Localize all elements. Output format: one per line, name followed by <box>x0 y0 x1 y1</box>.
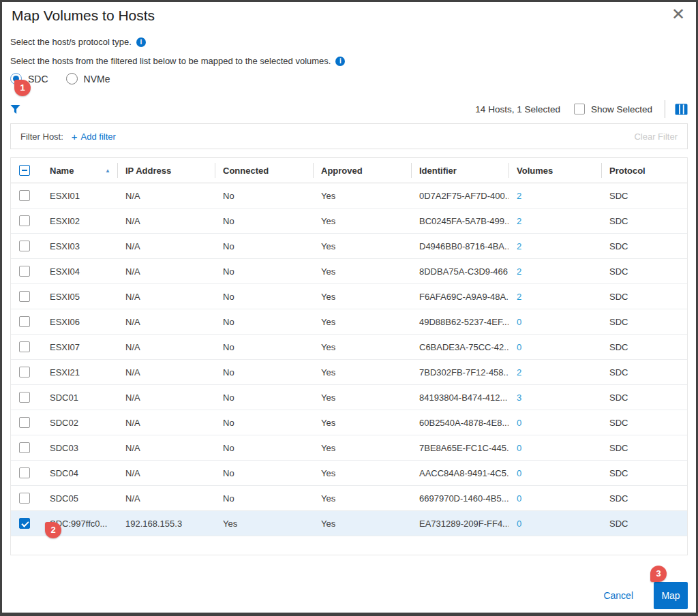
column-header-identifier[interactable]: Identifier <box>411 158 509 183</box>
row-checkbox[interactable] <box>19 367 30 378</box>
table-row[interactable]: SDC05 N/A No Yes 6697970D-1460-4B5... 0 … <box>11 486 687 511</box>
cell-ip-address: N/A <box>117 385 215 410</box>
volumes-link[interactable]: 0 <box>509 410 601 435</box>
table-row[interactable]: SDC04 N/A No Yes AACC84A8-9491-4C5... 0 … <box>11 461 687 486</box>
cell-protocol: SDC <box>601 284 687 309</box>
cell-name: SDC02 <box>42 410 117 435</box>
cell-identifier: EA731289-209F-FF4... <box>411 511 509 536</box>
row-checkbox[interactable] <box>19 215 30 226</box>
volumes-link[interactable]: 0 <box>509 511 601 536</box>
volumes-link[interactable]: 2 <box>509 234 601 258</box>
cell-identifier: 49D88B62-5237-4EF... <box>411 309 509 334</box>
select-all-checkbox[interactable] <box>19 165 30 176</box>
cell-connected: No <box>215 435 313 460</box>
table-row[interactable]: SDC03 N/A No Yes 7BE8A65E-FC1C-445... 0 … <box>11 435 687 461</box>
clear-filter-button[interactable]: Clear Filter <box>634 132 678 142</box>
filter-funnel-icon[interactable] <box>10 104 20 114</box>
row-checkbox[interactable] <box>19 442 30 453</box>
cell-name: SDC03 <box>42 435 117 460</box>
cell-approved: Yes <box>313 335 411 359</box>
volumes-link[interactable]: 2 <box>509 360 601 384</box>
show-selected-checkbox[interactable] <box>574 104 585 114</box>
row-checkbox[interactable] <box>19 291 30 302</box>
cell-connected: No <box>215 461 313 485</box>
volumes-link[interactable]: 3 <box>509 385 601 410</box>
column-header-approved[interactable]: Approved <box>313 158 411 183</box>
protocol-instruction-text: Select the host/s protocol type. <box>10 37 132 47</box>
table-row[interactable]: SDC02 N/A No Yes 60B2540A-4878-4E8... 0 … <box>11 410 687 435</box>
cell-connected: No <box>215 183 313 208</box>
add-filter-button[interactable]: + Add filter <box>72 131 116 142</box>
cell-identifier: F6AFA69C-A9A9-48A... <box>411 284 509 309</box>
cell-connected: No <box>215 234 313 258</box>
row-checkbox[interactable] <box>19 190 30 201</box>
volumes-link[interactable]: 0 <box>509 335 601 359</box>
table-row[interactable]: ESXI03 N/A No Yes D4946BB0-8716-4BA... 2… <box>11 234 687 259</box>
cancel-button[interactable]: Cancel <box>603 590 633 601</box>
table-row[interactable]: ESXI04 N/A No Yes 8DDBA75A-C3D9-466... 2… <box>11 259 687 284</box>
info-icon[interactable]: i <box>335 57 345 66</box>
row-checkbox[interactable] <box>19 266 30 277</box>
filter-host-label: Filter Host: <box>20 132 63 142</box>
annotation-badge-3: 3 <box>650 566 667 582</box>
column-header-ip-address[interactable]: IP Address <box>117 158 215 183</box>
cell-protocol: SDC <box>601 309 687 334</box>
map-button[interactable]: Map <box>654 582 688 609</box>
cell-identifier: AACC84A8-9491-4C5... <box>411 461 509 485</box>
volumes-link[interactable]: 2 <box>509 284 601 309</box>
column-header-connected[interactable]: Connected <box>215 158 313 183</box>
cell-approved: Yes <box>313 385 411 410</box>
cell-name: ESXI02 <box>42 209 117 233</box>
table-row[interactable]: 2 SDC:997ffc0... 192.168.155.3 Yes Yes E… <box>11 511 687 536</box>
cell-ip-address: N/A <box>117 486 215 510</box>
cell-approved: Yes <box>313 410 411 435</box>
cell-protocol: SDC <box>601 410 687 435</box>
radio-button-nvme[interactable] <box>66 73 78 84</box>
cell-protocol: SDC <box>601 486 687 510</box>
cell-identifier: 6697970D-1460-4B5... <box>411 486 509 510</box>
cell-connected: No <box>215 259 313 283</box>
annotation-badge-1: 1 <box>14 80 31 96</box>
table-row[interactable]: ESXI07 N/A No Yes C6BADE3A-75CC-42... 0 … <box>11 335 687 360</box>
table-toolbar: 14 Hosts, 1 Selected Show Selected <box>10 100 688 118</box>
close-icon[interactable]: ✕ <box>671 6 685 22</box>
cell-connected: No <box>215 284 313 309</box>
cell-protocol: SDC <box>601 385 687 410</box>
column-header-protocol[interactable]: Protocol <box>601 158 687 183</box>
cell-ip-address: N/A <box>117 461 215 485</box>
plus-icon: + <box>72 131 78 142</box>
cell-name: ESXI21 <box>42 360 117 384</box>
annotation-badge-2: 2 <box>45 522 61 538</box>
row-checkbox[interactable] <box>19 316 30 327</box>
row-checkbox[interactable] <box>19 467 30 478</box>
volumes-link[interactable]: 2 <box>509 209 601 233</box>
row-checkbox[interactable] <box>19 518 30 529</box>
volumes-link[interactable]: 0 <box>509 461 601 485</box>
row-checkbox[interactable] <box>19 341 30 352</box>
table-row[interactable]: ESXI05 N/A No Yes F6AFA69C-A9A9-48A... 2… <box>11 284 687 309</box>
row-checkbox[interactable] <box>19 493 30 504</box>
volumes-link[interactable]: 0 <box>509 486 601 510</box>
row-checkbox[interactable] <box>19 392 30 403</box>
column-header-volumes[interactable]: Volumes <box>509 158 601 183</box>
volumes-link[interactable]: 0 <box>509 309 601 334</box>
columns-icon[interactable] <box>675 104 688 115</box>
radio-option-nvme[interactable]: NVMe <box>66 73 110 84</box>
column-header-name[interactable]: Name ▲ <box>42 158 117 183</box>
cell-connected: No <box>215 309 313 334</box>
volumes-link[interactable]: 2 <box>509 183 601 208</box>
cell-name: SDC05 <box>42 486 117 510</box>
table-row[interactable]: ESXI02 N/A No Yes BC0245FA-5A7B-499... 2… <box>11 209 687 234</box>
volumes-link[interactable]: 2 <box>509 259 601 283</box>
table-row[interactable]: ESXI21 N/A No Yes 7BD302FB-7F12-458... 2… <box>11 360 687 385</box>
table-row[interactable]: ESXI01 N/A No Yes 0D7A2F75-AF7D-400... 2… <box>11 183 687 209</box>
table-row[interactable]: SDC01 N/A No Yes 84193804-B474-412... 3 … <box>11 385 687 410</box>
row-checkbox[interactable] <box>19 241 30 251</box>
info-icon[interactable]: i <box>136 37 146 47</box>
volumes-link[interactable]: 0 <box>509 435 601 460</box>
table-row[interactable]: ESXI06 N/A No Yes 49D88B62-5237-4EF... 0… <box>11 309 687 335</box>
cell-connected: No <box>215 335 313 359</box>
cell-ip-address: N/A <box>117 183 215 208</box>
cell-ip-address: N/A <box>117 410 215 435</box>
row-checkbox[interactable] <box>19 417 30 428</box>
